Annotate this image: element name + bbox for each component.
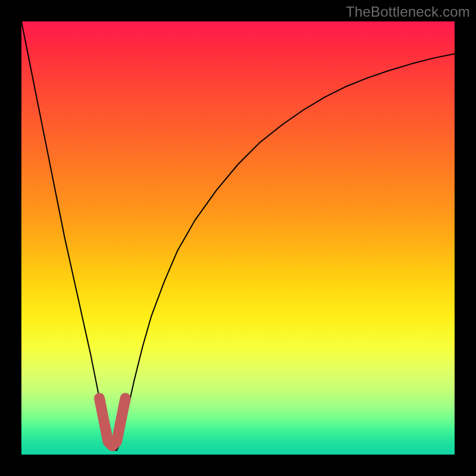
target-region-mark xyxy=(99,398,126,446)
chart-frame: TheBottleneck.com xyxy=(0,0,476,476)
curve-layer xyxy=(21,21,455,455)
watermark-text: TheBottleneck.com xyxy=(346,4,470,20)
plot-area xyxy=(21,21,455,455)
bottleneck-curve xyxy=(21,21,455,450)
